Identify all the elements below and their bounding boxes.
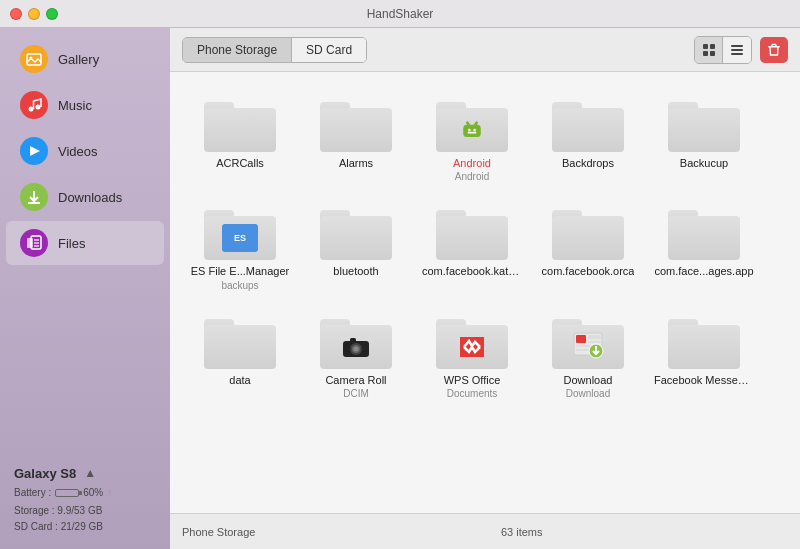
file-item[interactable]: Backdrops (534, 88, 642, 188)
file-name: bluetooth (333, 264, 378, 278)
sidebar-item-gallery[interactable]: Gallery (6, 37, 164, 81)
folder-body (436, 108, 508, 152)
folder-icon (552, 313, 624, 369)
folder-icon (668, 96, 740, 152)
grid-view-button[interactable] (695, 37, 723, 63)
folder-icon (204, 96, 276, 152)
sidebar-item-music[interactable]: Music (6, 83, 164, 127)
downloads-label: Downloads (58, 190, 122, 205)
sidebar-item-files[interactable]: Files (6, 221, 164, 265)
folder-body (668, 216, 740, 260)
file-name: ES File E...Manager (191, 264, 289, 278)
file-name: Alarms (339, 156, 373, 170)
downloads-icon (20, 183, 48, 211)
eject-button[interactable]: ▲ (82, 465, 98, 481)
folder-body (668, 325, 740, 369)
file-sub: Documents (447, 388, 498, 399)
svg-rect-12 (703, 44, 708, 49)
file-item[interactable]: WPS Office Documents (418, 305, 526, 405)
folder-body (552, 325, 624, 369)
folder-overlay (552, 325, 624, 369)
file-name: Backucup (680, 156, 728, 170)
file-name: Download (564, 373, 613, 387)
svg-rect-7 (27, 238, 33, 248)
folder-body (668, 108, 740, 152)
videos-icon (20, 137, 48, 165)
folder-icon (436, 96, 508, 152)
storage-tabs: Phone Storage SD Card (182, 37, 367, 63)
folder-icon: ES (204, 204, 276, 260)
device-name-text: Galaxy S8 (14, 466, 76, 481)
file-item[interactable]: Facebook Messenger (650, 305, 758, 405)
music-label: Music (58, 98, 92, 113)
sidebar-item-downloads[interactable]: Downloads (6, 175, 164, 219)
svg-rect-39 (588, 341, 602, 343)
file-name: Camera Roll (325, 373, 386, 387)
file-item[interactable]: Android Android (418, 88, 526, 188)
file-sub: Android (455, 171, 489, 182)
minimize-button[interactable] (28, 8, 40, 20)
file-item[interactable]: data (186, 305, 294, 405)
folder-icon (552, 96, 624, 152)
svg-point-29 (473, 129, 476, 132)
folder-overlay (436, 108, 508, 152)
svg-rect-18 (731, 53, 743, 55)
file-item[interactable]: Download Download (534, 305, 642, 405)
device-stats: Battery : 60% ↑ Storage : 9.9/53 GB SD C… (14, 485, 156, 535)
folder-body (552, 216, 624, 260)
svg-rect-14 (703, 51, 708, 56)
sidebar-item-videos[interactable]: Videos (6, 129, 164, 173)
file-name: com.facebook.katana (422, 264, 522, 278)
svg-rect-17 (731, 49, 743, 51)
sdcard-row: SD Card : 21/29 GB (14, 519, 156, 535)
sidebar: Gallery Music Videos (0, 28, 170, 549)
file-item[interactable]: ES ES File E...Manager backups (186, 196, 294, 296)
file-item[interactable]: Camera Roll DCIM (302, 305, 410, 405)
svg-rect-25 (463, 125, 481, 137)
device-info: Galaxy S8 ▲ Battery : 60% ↑ Storage : 9.… (0, 455, 170, 549)
file-item[interactable]: com.face...ages.app (650, 196, 758, 296)
phone-storage-tab[interactable]: Phone Storage (183, 38, 292, 62)
svg-point-3 (36, 105, 41, 110)
music-icon (20, 91, 48, 119)
folder-icon (320, 313, 392, 369)
svg-marker-4 (30, 146, 40, 156)
close-button[interactable] (10, 8, 22, 20)
file-item[interactable]: com.facebook.orca (534, 196, 642, 296)
maximize-button[interactable] (46, 8, 58, 20)
sd-card-tab[interactable]: SD Card (292, 38, 366, 62)
battery-row: Battery : 60% ↑ (14, 485, 156, 501)
gallery-label: Gallery (58, 52, 99, 67)
delete-button[interactable] (760, 37, 788, 63)
file-sub: Download (566, 388, 610, 399)
file-name: com.face...ages.app (654, 264, 753, 278)
file-name: com.facebook.orca (542, 264, 635, 278)
folder-icon (552, 204, 624, 260)
file-name: Facebook Messenger (654, 373, 754, 387)
file-item[interactable]: ACRCalls (186, 88, 294, 188)
svg-rect-16 (731, 45, 743, 47)
list-view-button[interactable] (723, 37, 751, 63)
svg-rect-35 (350, 338, 356, 342)
svg-rect-30 (468, 132, 477, 134)
svg-rect-37 (576, 335, 586, 343)
file-item[interactable]: com.facebook.katana (418, 196, 526, 296)
device-name-row: Galaxy S8 ▲ (14, 465, 156, 481)
file-name: Backdrops (562, 156, 614, 170)
titlebar: HandShaker (0, 0, 800, 28)
svg-rect-38 (588, 335, 602, 339)
status-count: 63 items (255, 526, 788, 538)
folder-icon (668, 204, 740, 260)
view-toggle (694, 36, 752, 64)
file-item[interactable]: Backucup (650, 88, 758, 188)
folder-body (320, 325, 392, 369)
folder-body (204, 108, 276, 152)
folder-body: ES (204, 216, 276, 260)
file-item[interactable]: bluetooth (302, 196, 410, 296)
file-item[interactable]: Alarms (302, 88, 410, 188)
svg-point-34 (354, 346, 359, 351)
folder-body (436, 325, 508, 369)
folder-body (204, 325, 276, 369)
battery-bar (55, 489, 79, 497)
folder-overlay (320, 325, 392, 369)
